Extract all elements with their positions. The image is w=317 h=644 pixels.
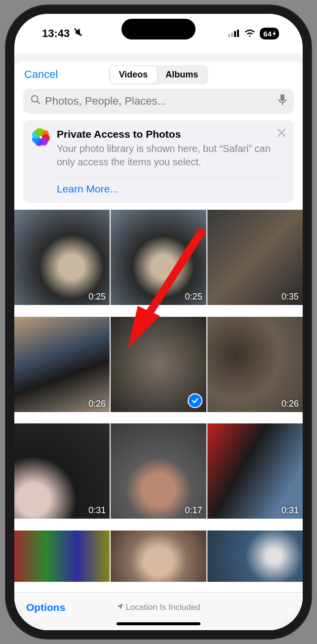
learn-more-link[interactable]: Learn More... [57, 183, 285, 195]
search-bar[interactable] [23, 89, 294, 114]
location-icon [117, 603, 123, 612]
svg-rect-3 [234, 31, 236, 37]
video-thumbnail[interactable]: 0:35 [207, 210, 303, 305]
location-included-label: Location Is Included [117, 603, 200, 612]
wifi-icon [244, 27, 256, 40]
svg-line-6 [37, 101, 40, 104]
battery-icon: 64 [260, 28, 279, 39]
privacy-body: Your photo library is shown here, but “S… [57, 142, 285, 169]
divider [57, 177, 285, 177]
video-thumbnail[interactable]: 0:17 [111, 423, 206, 519]
svg-rect-4 [237, 30, 239, 37]
silent-icon [73, 27, 83, 40]
cellular-icon [228, 27, 240, 40]
picker-header: Cancel Videos Albums [14, 61, 303, 89]
cancel-button[interactable]: Cancel [24, 68, 58, 81]
video-thumbnail-selected[interactable] [111, 317, 206, 412]
video-grid: 0:25 0:25 0:35 0:26 0:26 0:31 0:17 0:31 [14, 210, 303, 592]
search-icon [30, 94, 41, 108]
photos-app-icon [32, 128, 50, 146]
svg-rect-1 [228, 34, 230, 37]
status-time: 13:43 [42, 27, 70, 40]
close-icon[interactable] [276, 127, 287, 140]
tab-albums[interactable]: Albums [157, 66, 207, 83]
microphone-icon[interactable] [278, 94, 287, 109]
video-thumbnail[interactable] [111, 530, 206, 582]
selected-checkmark-icon [188, 393, 202, 408]
privacy-info-card: Private Access to Photos Your photo libr… [23, 120, 294, 203]
segmented-control: Videos Albums [109, 65, 208, 84]
phone-frame: 13:43 64 Cancel [5, 5, 312, 639]
bottom-toolbar: Options Location Is Included [14, 592, 303, 630]
options-button[interactable]: Options [26, 602, 65, 613]
photo-picker-sheet: Cancel Videos Albums [14, 61, 303, 630]
video-thumbnail[interactable]: 0:25 [111, 210, 206, 305]
video-thumbnail[interactable]: 0:31 [14, 423, 110, 519]
svg-rect-2 [231, 33, 233, 37]
video-thumbnail[interactable]: 0:26 [207, 317, 303, 412]
video-thumbnail[interactable] [14, 530, 110, 582]
video-thumbnail[interactable]: 0:31 [207, 423, 303, 519]
search-input[interactable] [45, 95, 274, 108]
screen: 13:43 64 Cancel [14, 14, 303, 630]
dynamic-island [121, 19, 196, 39]
home-indicator[interactable] [117, 622, 200, 625]
video-thumbnail[interactable]: 0:25 [14, 210, 110, 305]
svg-line-0 [75, 29, 82, 36]
tab-videos[interactable]: Videos [110, 66, 157, 83]
video-thumbnail[interactable] [207, 530, 303, 582]
privacy-title: Private Access to Photos [57, 128, 285, 140]
svg-rect-7 [280, 94, 284, 101]
video-thumbnail[interactable]: 0:26 [14, 317, 110, 412]
